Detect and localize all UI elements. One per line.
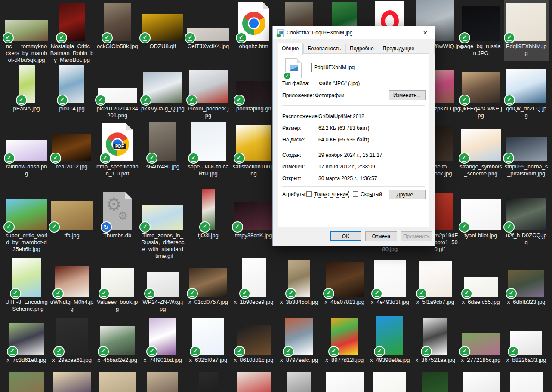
file-label[interactable]: rainbow-dash.png (5, 163, 48, 177)
file-thumbnail[interactable]: ✓ (52, 134, 91, 161)
file-thumbnail[interactable]: ✓ (12, 258, 41, 297)
pdf-file-icon[interactable]: PDF✓ (102, 123, 133, 161)
tab-details[interactable]: Подробно (345, 44, 378, 54)
file-label[interactable]: QkFEq4ACwKE.jpg (459, 105, 503, 119)
file-label[interactable]: x_8610dd1c.jpg (232, 357, 275, 364)
file-label[interactable]: nc___tommyknockers_by_marobot-d4bu5qk.jp… (5, 43, 48, 64)
file-thumbnail[interactable]: ✓ (508, 270, 544, 297)
file-label[interactable]: ODZU8.gif (141, 43, 185, 50)
file-label[interactable]: x_6325f0a7.jpg (186, 357, 230, 364)
html-file-icon[interactable]: ✓ (238, 2, 269, 41)
file-thumbnail[interactable]: ✓ (5, 20, 48, 41)
file-thumbnail[interactable] (9, 372, 44, 392)
file-thumbnail[interactable]: ✓ (506, 137, 547, 161)
cancel-button[interactable]: Отмена (365, 231, 397, 241)
file-label[interactable]: Time_zones_in_Russia,_difference_with_st… (141, 232, 185, 260)
file-label[interactable]: pochtaping.gif (232, 105, 275, 112)
hidden-label[interactable]: Скрытый (361, 191, 382, 197)
file-thumbnail[interactable] (326, 372, 364, 392)
close-icon[interactable]: ✕ (416, 26, 435, 39)
file-thumbnail[interactable]: ✓ (142, 205, 183, 230)
tab-previous-versions[interactable]: Предыдущие версии (379, 44, 435, 54)
filename-input[interactable] (311, 63, 424, 72)
file-label[interactable]: rea-2012.jpg (50, 163, 94, 170)
file-label[interactable]: sape - чьи-то сайты.jpg (186, 163, 230, 177)
file-thumbnail[interactable]: ✓ (462, 72, 500, 103)
file-thumbnail[interactable] (199, 372, 218, 392)
file-thumbnail[interactable] (510, 372, 543, 392)
file-label[interactable]: x_8797eafc.jpg (278, 357, 321, 364)
file-thumbnail[interactable]: ✓ (464, 277, 498, 297)
file-label[interactable]: uWNdtg_M0h4.jpg (50, 299, 94, 312)
file-thumbnail[interactable]: ✓ (242, 258, 266, 297)
file-thumbnail[interactable]: ✓ (462, 333, 500, 355)
file-label[interactable]: x_6daefc55.jpg (459, 299, 503, 306)
file-thumbnail[interactable]: ✓ (101, 268, 134, 297)
file-thumbnail[interactable]: ✓ (510, 331, 542, 355)
file-thumbnail[interactable]: ✓ (147, 272, 179, 297)
file-thumbnail[interactable]: ✓ (376, 316, 403, 355)
file-label[interactable]: x_01cd0757.jpg (186, 299, 230, 306)
file-thumbnail[interactable] (99, 372, 136, 392)
file-label[interactable]: x_3b3845bf.jpg (278, 299, 321, 306)
file-thumbnail[interactable]: ✓ (6, 199, 47, 230)
file-label[interactable]: x_4e493d3f.jpg (368, 299, 412, 306)
file-thumbnail[interactable] (422, 372, 448, 392)
database-file-icon[interactable]: ⚙⚙↻ (103, 192, 132, 230)
file-thumbnail[interactable]: ✓ (285, 318, 313, 355)
file-label[interactable]: rtmp_specification_1.0.pdf (96, 163, 139, 177)
file-thumbnail[interactable]: ✓ (104, 3, 131, 41)
file-thumbnail[interactable] (287, 372, 311, 392)
file-label[interactable]: x_7c3d61e8.jpg (5, 357, 48, 364)
file-thumbnail[interactable]: ✓ (506, 198, 546, 230)
dialog-titlebar[interactable]: Свойства: Pdqil9EXbNM.jpg ✕ (273, 26, 435, 39)
file-label[interactable]: Nostalgia_Critic_Batman_Robin_by_MaroBot… (50, 43, 94, 64)
file-thumbnail[interactable]: ✓ (331, 318, 358, 355)
file-label[interactable]: x_45bad2e2.jpg (96, 357, 139, 364)
file-label[interactable]: super_critic_world_by_marobot-d35eb6b.jp… (5, 232, 48, 253)
ok-button[interactable]: OK (330, 231, 361, 241)
file-thumbnail[interactable]: ✓ (51, 201, 93, 230)
file-thumbnail[interactable]: ✓ (506, 3, 546, 41)
other-attributes-button[interactable]: Другие... (389, 190, 426, 199)
file-thumbnail[interactable]: ✓ (6, 140, 47, 161)
apply-button[interactable]: Применить (401, 231, 432, 241)
file-label[interactable]: tfa.jpg (50, 232, 94, 239)
file-thumbnail[interactable]: ✓ (234, 202, 273, 230)
file-thumbnail[interactable]: ✓ (187, 28, 229, 41)
file-label[interactable]: strange_symbols_scheme.png (459, 163, 503, 177)
file-thumbnail[interactable]: ✓ (143, 72, 182, 103)
file-thumbnail[interactable]: ✓ (100, 326, 135, 355)
file-label[interactable]: pEaNA.jpg (5, 105, 48, 112)
file-thumbnail[interactable]: ✓ (19, 65, 35, 103)
file-thumbnail[interactable]: ✓ (59, 65, 84, 103)
file-thumbnail[interactable]: ✓ (236, 125, 271, 161)
file-thumbnail[interactable]: ✓ (326, 262, 364, 297)
file-label[interactable]: x_4ba07813.jpg (323, 299, 366, 306)
file-thumbnail[interactable] (53, 372, 91, 392)
file-label[interactable]: x_49398e8a.jpg (368, 357, 412, 364)
file-label[interactable]: strip059_borba_s_piratstvom.jpg (505, 163, 548, 177)
file-label[interactable]: Ploxoi_pocherk.jpg (186, 105, 230, 119)
file-label[interactable]: tjO3i.jpg (186, 232, 230, 239)
file-thumbnail[interactable] (463, 372, 500, 392)
file-thumbnail[interactable]: ✓ (189, 268, 227, 297)
file-thumbnail[interactable]: ✓ (149, 122, 176, 161)
file-label[interactable]: x_8977d12f.jpg (323, 357, 366, 364)
file-thumbnail[interactable]: ✓ (419, 261, 452, 297)
tab-general[interactable]: Общие (278, 43, 303, 55)
file-thumbnail[interactable]: ✓ (461, 129, 501, 161)
file-thumbnail[interactable]: ✓ (59, 3, 85, 41)
file-label[interactable]: page_bg_russian.JPG (459, 43, 503, 57)
file-label[interactable]: UTF-8_Encoding_Scheme.png (5, 299, 48, 312)
file-label[interactable]: x_74f901bd.jpg (141, 357, 185, 364)
file-label[interactable]: x_2772185c.jpg (459, 357, 503, 364)
file-label[interactable]: ohgnhz.htm (232, 43, 275, 50)
file-label[interactable]: Thumbs.db (96, 232, 139, 239)
file-thumbnail[interactable]: ✓ (56, 318, 88, 355)
file-label[interactable]: pic014.jpg (50, 105, 94, 112)
file-thumbnail[interactable] (147, 372, 178, 392)
file-thumbnail[interactable]: ✓ (149, 318, 176, 355)
file-thumbnail[interactable]: ✓ (237, 325, 271, 355)
file-label[interactable]: s640x480.jpg (141, 163, 185, 170)
